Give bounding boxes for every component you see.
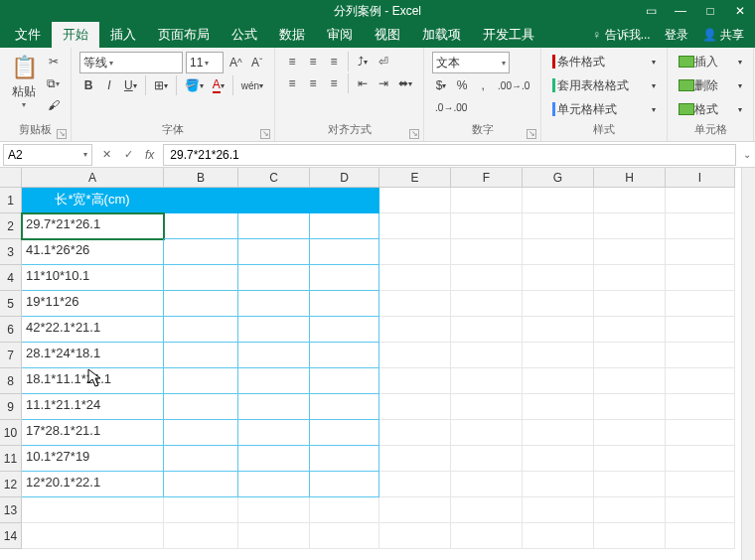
align-middle-button[interactable]: ≡: [304, 52, 322, 71]
cell[interactable]: [310, 497, 379, 523]
cell[interactable]: [594, 213, 666, 239]
cell[interactable]: 10.1*27*19: [22, 446, 164, 472]
comma-format-button[interactable]: ,: [474, 75, 492, 95]
cell[interactable]: 42*22.1*21.1: [22, 317, 164, 343]
cell[interactable]: [164, 317, 238, 343]
decrease-decimal-button[interactable]: .0→.00: [432, 97, 470, 117]
tab-home[interactable]: 开始: [52, 22, 99, 48]
row-header-14[interactable]: 14: [0, 523, 22, 549]
cell[interactable]: [523, 446, 594, 472]
cell[interactable]: [451, 213, 523, 239]
cell[interactable]: [523, 420, 594, 446]
cell[interactable]: [164, 213, 238, 239]
cell[interactable]: [164, 523, 238, 549]
cell[interactable]: [666, 446, 735, 472]
cell[interactable]: [594, 420, 666, 446]
tab-review[interactable]: 审阅: [316, 22, 364, 48]
cell[interactable]: [238, 446, 310, 472]
cell[interactable]: 18.1*11.1*21.1: [22, 368, 164, 394]
column-header-I[interactable]: I: [666, 168, 735, 188]
select-all-corner[interactable]: [0, 168, 22, 188]
row-header-6[interactable]: 6: [0, 317, 22, 343]
font-color-button[interactable]: A ▾: [210, 75, 227, 95]
align-right-button[interactable]: ≡: [325, 73, 343, 93]
cell[interactable]: 17*28.1*21.1: [22, 420, 164, 446]
cell[interactable]: [666, 265, 735, 291]
cell[interactable]: [379, 368, 451, 394]
cell[interactable]: [310, 291, 379, 317]
cell[interactable]: [238, 213, 310, 239]
decrease-indent-button[interactable]: ⇤: [354, 73, 372, 93]
enter-formula-button[interactable]: ✓: [117, 144, 139, 166]
cell[interactable]: [594, 239, 666, 265]
cell[interactable]: [164, 420, 238, 446]
border-button[interactable]: ⊞ ▾: [151, 75, 171, 95]
phonetic-button[interactable]: wén ▾: [238, 75, 266, 95]
cell[interactable]: [594, 368, 666, 394]
cell[interactable]: [451, 188, 523, 213]
tab-page-layout[interactable]: 页面布局: [147, 22, 221, 48]
cell[interactable]: [594, 291, 666, 317]
cell[interactable]: [666, 497, 735, 523]
cell[interactable]: [238, 394, 310, 420]
format-painter-button[interactable]: 🖌: [44, 95, 63, 115]
copy-button[interactable]: ⧉ ▾: [44, 73, 63, 93]
wrap-text-button[interactable]: ⏎: [375, 52, 392, 71]
cell[interactable]: [164, 472, 238, 497]
cell[interactable]: [238, 368, 310, 394]
cell[interactable]: [164, 291, 238, 317]
column-header-A[interactable]: A: [22, 168, 164, 188]
cell[interactable]: 29.7*21*26.1: [22, 213, 164, 239]
cell[interactable]: [666, 188, 735, 213]
cell[interactable]: [238, 523, 310, 549]
cell[interactable]: [379, 188, 451, 213]
increase-font-button[interactable]: A^: [226, 53, 245, 72]
cell[interactable]: [594, 523, 666, 549]
cell-style-button[interactable]: 单元格样式 ▾: [549, 99, 659, 119]
tab-data[interactable]: 数据: [268, 22, 316, 48]
row-header-8[interactable]: 8: [0, 368, 22, 394]
cell[interactable]: [594, 472, 666, 497]
align-left-button[interactable]: ≡: [283, 73, 301, 93]
cancel-formula-button[interactable]: ✕: [95, 144, 117, 166]
decrease-font-button[interactable]: Aˇ: [248, 53, 266, 72]
cell[interactable]: [594, 188, 666, 213]
cell[interactable]: [22, 523, 164, 549]
vertical-scrollbar[interactable]: [741, 168, 755, 560]
cell[interactable]: [238, 317, 310, 343]
conditional-format-button[interactable]: 条件格式 ▾: [549, 52, 659, 71]
cell[interactable]: [523, 368, 594, 394]
cell[interactable]: [22, 497, 164, 523]
row-header-9[interactable]: 9: [0, 394, 22, 420]
cell[interactable]: [238, 343, 310, 368]
cell[interactable]: [523, 239, 594, 265]
cell[interactable]: [666, 213, 735, 239]
cell[interactable]: [451, 420, 523, 446]
cell[interactable]: [666, 291, 735, 317]
tab-file[interactable]: 文件: [4, 22, 52, 48]
cell[interactable]: [451, 523, 523, 549]
row-header-10[interactable]: 10: [0, 420, 22, 446]
cut-button[interactable]: ✂: [44, 52, 63, 71]
orientation-button[interactable]: ⤴ ▾: [354, 52, 372, 71]
align-bottom-button[interactable]: ≡: [325, 52, 343, 71]
expand-formula-bar-icon[interactable]: ⌄: [739, 149, 755, 160]
cell[interactable]: [164, 446, 238, 472]
cell[interactable]: [238, 265, 310, 291]
share-button[interactable]: 👤 共享: [695, 23, 751, 48]
cell[interactable]: [451, 472, 523, 497]
merge-cells-button[interactable]: ⬌ ▾: [395, 73, 415, 93]
table-format-button[interactable]: 套用表格格式 ▾: [549, 75, 659, 95]
delete-cells-button[interactable]: 删除 ▾: [676, 75, 745, 95]
cell[interactable]: [238, 291, 310, 317]
row-header-13[interactable]: 13: [0, 497, 22, 523]
percent-format-button[interactable]: %: [453, 75, 471, 95]
cell[interactable]: [523, 291, 594, 317]
minimize-icon[interactable]: —: [666, 0, 695, 22]
tab-formulas[interactable]: 公式: [221, 22, 268, 48]
column-header-E[interactable]: E: [379, 168, 451, 188]
column-header-D[interactable]: D: [310, 168, 379, 188]
cell[interactable]: [451, 239, 523, 265]
cell[interactable]: [310, 523, 379, 549]
cell[interactable]: [310, 213, 379, 239]
